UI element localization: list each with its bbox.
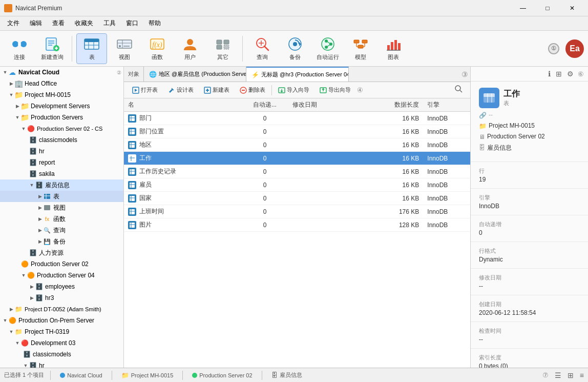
expand-arrow-query[interactable]: ▶	[37, 227, 43, 233]
sidebar-item-classicmodels[interactable]: 🗄️ classicmodels	[0, 134, 123, 146]
grid-view-button[interactable]: ⊞	[568, 371, 574, 379]
detail-view-button[interactable]: ≡	[580, 371, 584, 379]
sidebar-item-hr3[interactable]: ▶ 🗄️ hr3	[0, 292, 123, 304]
head-office-icon: 🏢	[14, 79, 23, 88]
menu-tools[interactable]: 工具	[98, 17, 121, 30]
table-row[interactable]: 国家 0 16 KB InnoDB	[124, 192, 470, 205]
menu-file[interactable]: 文件	[2, 17, 25, 30]
new-query-button[interactable]: 新建查询	[37, 33, 68, 64]
expand-arrow-hrinfo[interactable]: ▼	[29, 182, 35, 188]
sidebar-item-project-th[interactable]: ▼ 📁 Project TH-0319	[0, 326, 123, 337]
sidebar-item-navicat-cloud[interactable]: ▼ ☁ Navicat Cloud ②	[0, 67, 123, 78]
expand-arrow-dt[interactable]: ▶	[8, 306, 14, 312]
autorun-button[interactable]: 自动运行	[312, 33, 343, 64]
info-icon-button[interactable]: ℹ	[547, 69, 552, 79]
table-row[interactable]: 雇员 0 16 KB InnoDB	[124, 178, 470, 192]
tab-1[interactable]: 🌐 地区 @雇员信息 (Production Server 0...	[144, 67, 246, 82]
expand-arrow-ho[interactable]: ▶	[8, 81, 14, 87]
sidebar-item-dev-servers[interactable]: ▶ 📁 Development Servers	[0, 100, 123, 112]
user-avatar[interactable]: Ea	[565, 39, 584, 58]
table-row[interactable]: 部门 0 16 KB InnoDB	[124, 112, 470, 125]
sidebar-item-prod-onprem[interactable]: ▼ 🟠 Production On-Prem Server	[0, 315, 123, 326]
sidebar-item-prod-servers[interactable]: ▼ 📁 Production Servers	[0, 112, 123, 123]
export-button[interactable]: 导出向导	[316, 85, 355, 95]
table-row[interactable]: 工作历史记录 0 16 KB InnoDB	[124, 165, 470, 178]
expand-arrow-backup[interactable]: ▶	[37, 238, 43, 245]
menu-view[interactable]: 查看	[47, 17, 70, 30]
import-button[interactable]: 导入向导	[274, 85, 313, 95]
query-button[interactable]: 查询	[247, 33, 278, 64]
grid-icon-button[interactable]: ⊞	[555, 69, 563, 79]
sidebar-item-hr-resource[interactable]: 🗄️ 人力资源	[0, 247, 123, 258]
sidebar-item-employees[interactable]: ▶ 🗄️ employees	[0, 281, 123, 292]
expand-arrow[interactable]: ▼	[2, 69, 8, 75]
table-row-selected[interactable]: 工作 0 16 KB InnoDB	[124, 152, 470, 165]
col-header-auto: 自动递...	[241, 98, 288, 112]
expand-arrow-table[interactable]: ▶	[37, 193, 43, 199]
expand-arrow-func[interactable]: ▶	[37, 216, 43, 222]
expand-arrow-dev03[interactable]: ▼	[14, 340, 20, 346]
expand-arrow-hr4[interactable]: ▼	[23, 363, 29, 368]
design-table-button[interactable]: 设计表	[164, 85, 198, 95]
model-button[interactable]: 模型	[345, 33, 376, 64]
minimize-button[interactable]: —	[511, 0, 535, 16]
delete-table-button[interactable]: 删除表	[236, 85, 269, 95]
menu-window[interactable]: 窗口	[121, 17, 143, 30]
search-button[interactable]	[452, 84, 466, 96]
expand-arrow-ps04[interactable]: ▼	[20, 272, 27, 278]
status-hr-info[interactable]: 🗄 雇员信息	[268, 370, 305, 380]
settings-icon-button[interactable]: ⚙	[566, 69, 575, 79]
status-navicat-cloud[interactable]: Navicat Cloud	[57, 371, 105, 379]
expand-arrow-mh[interactable]: ▼	[8, 92, 14, 98]
sidebar-item-view[interactable]: ▶ 视图	[0, 202, 123, 213]
sidebar-item-dev03[interactable]: ▼ 🔴 Development 03	[0, 337, 123, 349]
tab-2[interactable]: ⚡ 无标题 @hr3 (Production Server 04) ...	[246, 67, 349, 82]
menu-favorites[interactable]: 收藏夹	[70, 17, 98, 30]
expand-arrow-prod[interactable]: ▼	[14, 114, 20, 120]
sidebar-item-backup[interactable]: ▶ 💾 备份	[0, 236, 123, 247]
table-button[interactable]: 表	[76, 33, 107, 64]
list-view-button[interactable]: ☰	[555, 371, 561, 379]
table-row[interactable]: 部门位置 0 16 KB InnoDB	[124, 125, 470, 138]
open-table-button[interactable]: 打开表	[128, 85, 162, 95]
table-row[interactable]: 地区 0 16 KB InnoDB	[124, 138, 470, 152]
expand-arrow-dev[interactable]: ▶	[14, 103, 20, 109]
chart-button[interactable]: 图表	[378, 33, 409, 64]
sidebar-item-prod-server-04[interactable]: ▼ 🟠 Production Server 04	[0, 270, 123, 281]
sidebar-item-sakila[interactable]: 🗄️ sakila	[0, 168, 123, 179]
maximize-button[interactable]: □	[536, 0, 559, 16]
backup-button[interactable]: 备份	[280, 33, 310, 64]
menu-help[interactable]: 帮助	[143, 17, 166, 30]
close-button[interactable]: ✕	[560, 0, 584, 16]
view-button[interactable]: 视图	[109, 33, 140, 64]
sidebar-item-report[interactable]: 🗄️ report	[0, 157, 123, 168]
status-prod-server-02[interactable]: Production Server 02	[189, 371, 255, 379]
sidebar-item-function[interactable]: ▶ fx 函数	[0, 213, 123, 225]
new-table-button[interactable]: 新建表	[200, 85, 234, 95]
expand-arrow-ps02[interactable]: ▼	[20, 126, 27, 132]
table-row[interactable]: 上班时间 0 176 KB InnoDB	[124, 205, 470, 218]
expand-arrow-view[interactable]: ▶	[37, 205, 43, 211]
sidebar-item-query[interactable]: ▶ 🔍 查询	[0, 225, 123, 236]
sidebar-item-project-mh[interactable]: ▼ 📁 Project MH-0015	[0, 89, 123, 100]
sidebar-item-head-office[interactable]: ▶ 🏢 Head Office	[0, 78, 123, 89]
sidebar-item-hr4[interactable]: ▼ 🗄️ hr	[0, 360, 123, 368]
menu-edit[interactable]: 编辑	[25, 17, 47, 30]
connect-button[interactable]: 连接	[4, 33, 35, 64]
user-button[interactable]: 用户	[175, 33, 205, 64]
expand-arrow-hr3[interactable]: ▶	[29, 295, 35, 301]
other-button[interactable]: 其它	[207, 33, 238, 64]
function-button[interactable]: f(x) 函数	[142, 33, 173, 64]
sidebar-item-hr-info[interactable]: ▼ 🗄️ 雇员信息	[0, 179, 123, 191]
status-project-mh[interactable]: 📁 Project MH-0015	[118, 371, 177, 380]
sidebar-item-table[interactable]: ▶ 表	[0, 191, 123, 202]
sidebar-item-classicmodels2[interactable]: 🗄️ classicmodels	[0, 349, 123, 360]
sidebar-item-project-dt[interactable]: ▶ 📁 Project DT-0052 (Adam Smith)	[0, 304, 123, 315]
sidebar-item-hr[interactable]: 🗄️ hr	[0, 146, 123, 157]
expand-arrow-onprem[interactable]: ▼	[2, 317, 8, 324]
sidebar-item-prod-server-02b[interactable]: 🟠 Production Server 02	[0, 258, 123, 270]
sidebar-item-prod-server-02[interactable]: ▼ 🔴 Production Server 02 - CS	[0, 123, 123, 134]
expand-arrow-emp[interactable]: ▶	[29, 284, 35, 290]
table-row[interactable]: 图片 0 128 KB InnoDB	[124, 218, 470, 232]
expand-arrow-th[interactable]: ▼	[8, 329, 14, 335]
